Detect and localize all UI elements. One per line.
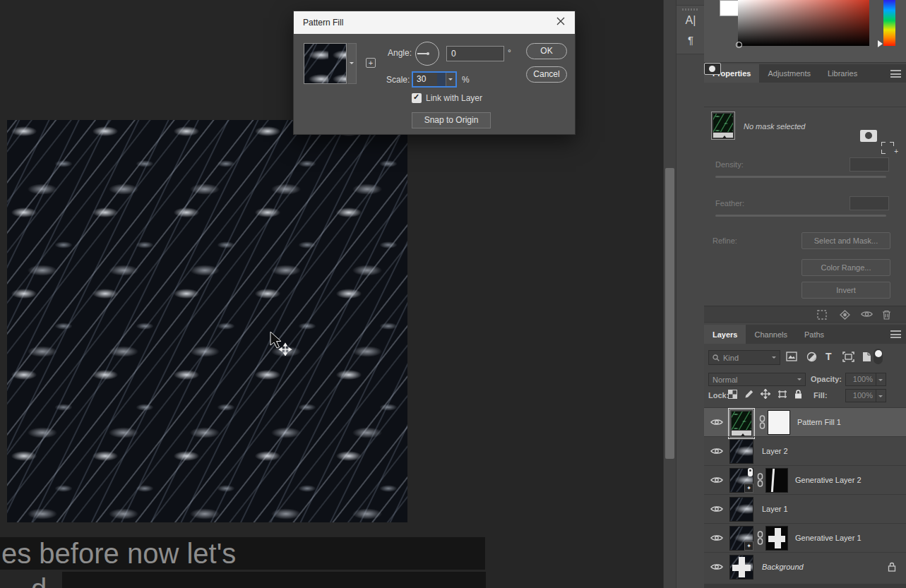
character-panel-icon[interactable]: A| <box>676 14 705 27</box>
adjustment-layer-filter-icon[interactable] <box>806 352 817 362</box>
visibility-eye-icon[interactable] <box>710 505 723 513</box>
feather-value-box[interactable] <box>850 196 889 210</box>
pattern-fill-layer-thumbnail[interactable] <box>729 409 753 438</box>
layer-name[interactable]: Generative Layer 2 <box>795 476 862 484</box>
layer-name[interactable]: Pattern Fill 1 <box>797 418 841 426</box>
visibility-eye-icon[interactable] <box>710 476 723 484</box>
scrollbar-thumb[interactable] <box>665 168 674 459</box>
fill-value[interactable]: 100% <box>845 389 876 402</box>
opacity-control[interactable]: 100% <box>845 373 886 386</box>
layer-row-background[interactable]: Background <box>704 552 906 581</box>
tab-paths[interactable]: Paths <box>796 325 833 344</box>
tab-channels[interactable]: Channels <box>746 325 795 344</box>
pattern-fill-properties-thumbnail[interactable] <box>711 112 735 140</box>
kind-filter-dropdown[interactable]: Kind <box>708 350 780 365</box>
hue-strip[interactable] <box>883 0 895 46</box>
visibility-eye-icon[interactable] <box>710 418 723 426</box>
visibility-eye-icon[interactable] <box>710 447 723 455</box>
scale-label: Scale: <box>386 75 410 85</box>
lock-pixels-brush-icon[interactable] <box>744 390 753 399</box>
color-range-button[interactable]: Color Range... <box>801 259 890 276</box>
layer-thumbnail[interactable]: ✦ <box>729 468 753 493</box>
properties-tabbar: Properties Adjustments Libraries <box>704 64 906 83</box>
filter-toggle-switch[interactable] <box>874 349 883 364</box>
fill-dropdown-chevron[interactable] <box>876 389 886 402</box>
shape-layer-filter-icon[interactable] <box>842 352 854 362</box>
dialog-titlebar[interactable]: Pattern Fill <box>294 11 575 34</box>
layer-thumbnail[interactable] <box>729 555 753 580</box>
type-layer-filter-icon[interactable]: T <box>825 351 832 362</box>
snap-to-origin-button[interactable]: Snap to Origin <box>412 112 491 128</box>
layer-name[interactable]: Layer 1 <box>762 505 788 513</box>
apply-mask-icon[interactable] <box>840 310 850 320</box>
pattern-swatch[interactable] <box>304 43 347 84</box>
saturation-brightness-field[interactable] <box>738 0 869 46</box>
layer-mask-thumbnail[interactable] <box>765 468 788 493</box>
layer-mask-thumbnail[interactable] <box>768 410 790 435</box>
load-selection-icon[interactable] <box>817 310 827 320</box>
lock-artboard-icon[interactable] <box>777 390 787 399</box>
angle-input[interactable] <box>446 46 504 61</box>
panel-grip[interactable] <box>682 8 699 11</box>
tab-libraries[interactable]: Libraries <box>819 64 866 83</box>
chevron-down-icon <box>797 378 801 383</box>
new-pattern-button[interactable]: + <box>366 58 376 68</box>
density-value-box[interactable] <box>850 157 889 172</box>
add-vector-mask-button[interactable]: + <box>881 142 897 154</box>
close-icon[interactable] <box>556 17 568 28</box>
lock-position-move-icon[interactable] <box>761 389 770 399</box>
scale-dropdown-chevron[interactable] <box>446 73 455 86</box>
layer-thumbnail[interactable] <box>729 497 753 522</box>
layer-name[interactable]: Layer 2 <box>762 447 788 455</box>
pattern-picker-chevron[interactable] <box>347 43 357 84</box>
paragraph-panel-icon[interactable]: ¶ <box>676 34 705 46</box>
layer-row-generative-layer-1[interactable]: ✦ Generative Layer 1 <box>704 523 906 552</box>
properties-panel: Properties Adjustments Libraries Masks N… <box>704 62 906 322</box>
add-layer-mask-button[interactable] <box>860 130 877 142</box>
cancel-button[interactable]: Cancel <box>526 66 567 83</box>
smart-object-filter-icon[interactable] <box>862 352 871 362</box>
ok-button[interactable]: OK <box>526 43 567 59</box>
layer-row-pattern-fill-1[interactable]: Pattern Fill 1 <box>704 407 906 436</box>
panel-menu-icon[interactable] <box>890 70 901 78</box>
lock-transparency-icon[interactable] <box>728 390 737 399</box>
blend-mode-dropdown[interactable]: Normal <box>708 373 806 386</box>
opacity-value[interactable]: 100% <box>845 373 876 386</box>
feather-slider[interactable] <box>715 215 886 217</box>
tab-adjustments[interactable]: Adjustments <box>759 64 819 83</box>
lock-icons-group <box>728 389 802 399</box>
layer-row-layer-1[interactable]: Layer 1 <box>704 494 906 523</box>
layer-row-layer-2[interactable]: Layer 2 <box>704 436 906 465</box>
delete-mask-trash-icon[interactable] <box>882 310 891 320</box>
layer-name[interactable]: Background <box>762 563 804 571</box>
layer-name[interactable]: Generative Layer 1 <box>795 534 862 542</box>
angle-dial[interactable] <box>415 42 439 66</box>
vertical-scrollbar[interactable] <box>663 0 676 588</box>
fill-label: Fill: <box>813 391 828 400</box>
layer-thumbnail[interactable] <box>729 439 753 464</box>
chevron-down-icon <box>772 356 776 361</box>
link-with-layer-checkbox[interactable] <box>412 93 422 103</box>
fill-control[interactable]: 100% <box>845 389 886 402</box>
layer-mask-thumbnail[interactable] <box>765 526 788 551</box>
opacity-dropdown-chevron[interactable] <box>876 373 886 386</box>
pattern-fill-preview-image[interactable] <box>7 120 407 522</box>
scale-combobox[interactable]: 30 <box>412 71 457 88</box>
visibility-eye-icon[interactable] <box>710 534 723 542</box>
layer-thumbnail[interactable]: ✦ <box>729 526 753 551</box>
layer-row-generative-layer-2[interactable]: ✦ Generative Layer 2 <box>704 465 906 494</box>
invert-button[interactable]: Invert <box>801 282 890 299</box>
mask-visibility-eye-icon[interactable] <box>861 310 873 318</box>
lock-all-icon[interactable] <box>794 390 802 399</box>
hue-slider-marker[interactable] <box>878 40 886 47</box>
tab-layers[interactable]: Layers <box>704 325 746 344</box>
foreground-color-swatch[interactable] <box>720 0 739 16</box>
density-slider[interactable] <box>715 176 886 178</box>
select-and-mask-button[interactable]: Select and Mask... <box>801 232 890 249</box>
layers-menu-icon[interactable] <box>890 330 901 338</box>
visibility-eye-icon[interactable] <box>710 563 723 571</box>
pixel-layer-filter-icon[interactable] <box>786 352 797 361</box>
panel-dock: Properties Adjustments Libraries Masks N… <box>704 0 906 588</box>
color-field-marker[interactable] <box>736 42 742 48</box>
app-screen: es before now let's d Pattern Fill <box>0 0 906 588</box>
